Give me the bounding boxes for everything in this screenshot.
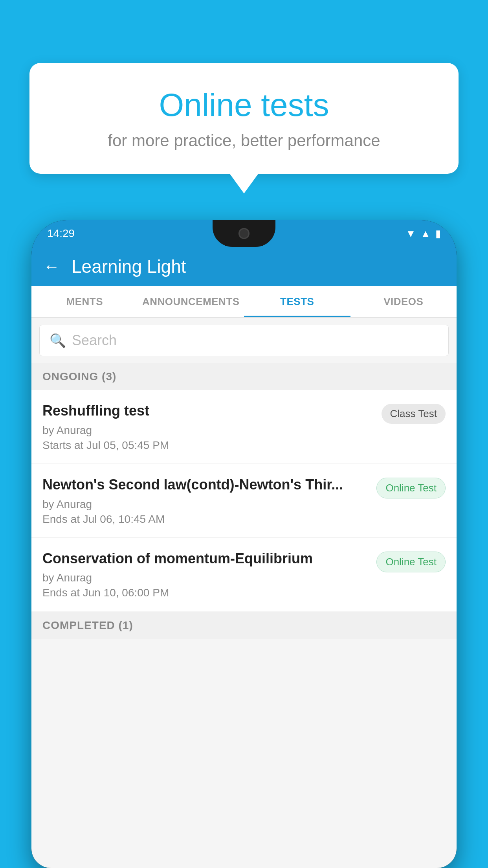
completed-section-header: COMPLETED (1)	[31, 612, 457, 639]
search-bar[interactable]: 🔍 Search	[39, 325, 449, 356]
tab-videos[interactable]: VIDEOS	[350, 286, 457, 317]
test-item[interactable]: Conservation of momentum-Equilibrium by …	[31, 538, 457, 612]
speech-bubble: Online tests for more practice, better p…	[29, 63, 459, 174]
search-icon: 🔍	[50, 333, 66, 348]
test-author: by Anurag	[42, 498, 369, 511]
signal-icon: ▲	[420, 228, 431, 240]
test-badge: Online Test	[376, 478, 446, 498]
back-button[interactable]: ←	[43, 257, 60, 276]
test-title: Newton's Second law(contd)-Newton's Thir…	[42, 476, 369, 494]
test-time: Ends at Jun 10, 06:00 PM	[42, 587, 369, 599]
phone-content: MENTS ANNOUNCEMENTS TESTS VIDEOS 🔍 Searc…	[31, 286, 457, 868]
test-list: Reshuffling test by Anurag Starts at Jul…	[31, 390, 457, 611]
bubble-title: Online tests	[49, 86, 439, 123]
test-info: Newton's Second law(contd)-Newton's Thir…	[42, 476, 376, 526]
app-title: Learning Light	[72, 256, 186, 277]
test-badge: Online Test	[376, 552, 446, 572]
test-time: Ends at Jul 06, 10:45 AM	[42, 513, 369, 526]
test-title: Reshuffling test	[42, 402, 374, 420]
test-time: Starts at Jul 05, 05:45 PM	[42, 439, 374, 452]
tab-tests[interactable]: TESTS	[244, 286, 350, 317]
test-info: Conservation of momentum-Equilibrium by …	[42, 550, 376, 600]
wifi-icon: ▼	[406, 228, 416, 240]
test-badge: Class Test	[382, 404, 446, 424]
test-author: by Anurag	[42, 572, 369, 584]
tab-announcements[interactable]: ANNOUNCEMENTS	[138, 286, 244, 317]
tabs-bar: MENTS ANNOUNCEMENTS TESTS VIDEOS	[31, 286, 457, 318]
tab-assignments[interactable]: MENTS	[31, 286, 138, 317]
bubble-subtitle: for more practice, better performance	[49, 131, 439, 150]
search-container: 🔍 Search	[31, 318, 457, 363]
test-title: Conservation of momentum-Equilibrium	[42, 550, 369, 568]
phone-notch	[213, 220, 275, 247]
test-info: Reshuffling test by Anurag Starts at Jul…	[42, 402, 382, 452]
app-header: ← Learning Light	[31, 247, 457, 286]
search-placeholder: Search	[72, 332, 117, 349]
status-time: 14:29	[47, 227, 75, 240]
phone-camera	[238, 228, 250, 239]
test-item[interactable]: Newton's Second law(contd)-Newton's Thir…	[31, 464, 457, 538]
ongoing-section-header: ONGOING (3)	[31, 363, 457, 390]
status-bar: 14:29 ▼ ▲ ▮	[31, 220, 457, 247]
test-author: by Anurag	[42, 424, 374, 437]
status-icons: ▼ ▲ ▮	[406, 228, 441, 240]
phone-frame: 14:29 ▼ ▲ ▮ ← Learning Light MENTS ANNOU…	[31, 220, 457, 868]
battery-icon: ▮	[435, 228, 441, 240]
test-item[interactable]: Reshuffling test by Anurag Starts at Jul…	[31, 390, 457, 464]
